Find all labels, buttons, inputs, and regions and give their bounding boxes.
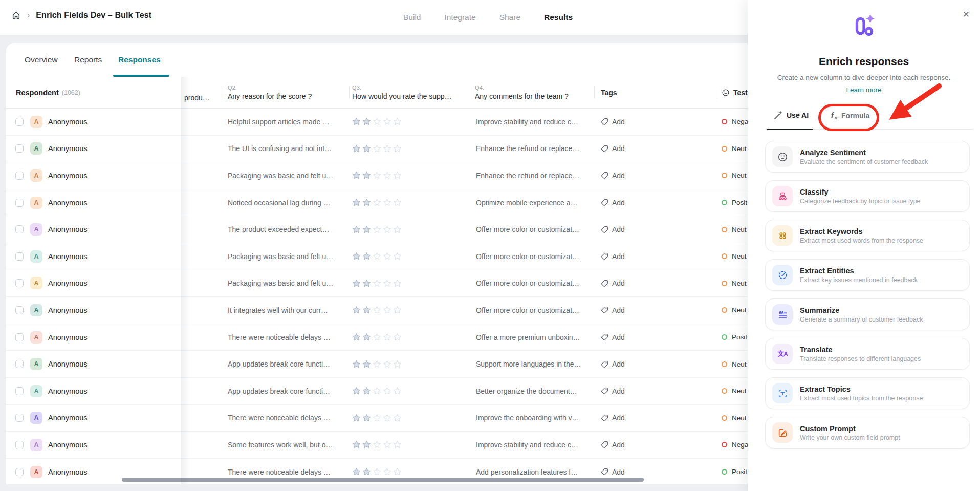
q3-rating-cell[interactable] (349, 225, 471, 234)
q3-rating-cell[interactable] (349, 144, 471, 153)
respondent-name[interactable]: Anonymous (48, 414, 88, 422)
q4-answer[interactable]: Improve the onboarding with v… (471, 414, 594, 422)
nav-integrate[interactable]: Integrate (444, 13, 475, 22)
q3-rating-cell[interactable] (349, 333, 471, 341)
q3-rating-cell[interactable] (349, 171, 471, 180)
learn-more-link[interactable]: Learn more (748, 86, 980, 94)
q3-rating-cell[interactable] (349, 467, 471, 476)
add-tag-button[interactable]: Add (594, 414, 716, 422)
column-header-respondent[interactable]: Respondent (1062) (6, 77, 181, 108)
row-checkbox[interactable] (15, 144, 24, 153)
q4-answer[interactable]: Support more languages in the… (471, 360, 594, 368)
nav-build[interactable]: Build (403, 13, 421, 22)
tab-use-ai[interactable]: Use AI (773, 111, 809, 120)
q2-answer[interactable]: There were noticeable delays … (224, 414, 349, 422)
respondent-name[interactable]: Anonymous (48, 252, 88, 261)
q4-answer[interactable]: Add personalization features f… (471, 468, 594, 476)
tab-formula[interactable]: ƒx Formula (831, 111, 869, 120)
add-tag-button[interactable]: Add (594, 360, 716, 368)
add-tag-button[interactable]: Add (594, 199, 716, 207)
row-checkbox[interactable] (15, 441, 24, 449)
tab-responses[interactable]: Responses (118, 55, 161, 65)
q2-answer[interactable]: Noticed occasional lag during … (224, 199, 349, 207)
q2-answer[interactable]: The product exceeded expect… (224, 225, 349, 233)
row-checkbox[interactable] (15, 360, 24, 368)
q3-rating-cell[interactable] (349, 279, 471, 288)
q3-rating-cell[interactable] (349, 360, 471, 369)
column-header-q2[interactable]: Q2. Any reason for the score ? (224, 77, 349, 108)
q2-answer[interactable]: There were noticeable delays … (224, 468, 349, 476)
q2-answer[interactable]: Packaging was basic and felt u… (224, 279, 349, 287)
add-tag-button[interactable]: Add (594, 468, 716, 476)
tab-overview[interactable]: Overview (25, 55, 58, 65)
add-tag-button[interactable]: Add (594, 333, 716, 341)
row-checkbox[interactable] (15, 306, 24, 314)
option-translate[interactable]: 文A Translate Translate responses to diff… (765, 338, 970, 370)
add-tag-button[interactable]: Add (594, 225, 716, 233)
row-checkbox[interactable] (15, 199, 24, 207)
nav-results[interactable]: Results (544, 13, 573, 22)
q2-answer[interactable]: It integrates well with our curr… (224, 306, 349, 314)
add-tag-button[interactable]: Add (594, 441, 716, 449)
column-header-q4[interactable]: Q4. Any comments for the team ? (471, 77, 594, 108)
add-tag-button[interactable]: Add (594, 252, 716, 261)
column-header-q3[interactable]: Q3. How would you rate the supp… (349, 77, 471, 108)
row-checkbox[interactable] (15, 172, 24, 180)
respondent-name[interactable]: Anonymous (48, 387, 88, 395)
option-classify[interactable]: Classify Categorize feedback by topic or… (765, 180, 970, 212)
q3-rating-cell[interactable] (349, 117, 471, 126)
row-checkbox[interactable] (15, 333, 24, 341)
option-extract-topics[interactable]: Extract Topics Extract most used topics … (765, 377, 970, 409)
option-extract-entities[interactable]: Extract Entities Extract key issues ment… (765, 259, 970, 291)
tab-reports[interactable]: Reports (74, 55, 102, 65)
q2-answer[interactable]: App updates break core functi… (224, 387, 349, 395)
respondent-name[interactable]: Anonymous (48, 333, 88, 341)
add-tag-button[interactable]: Add (594, 172, 716, 180)
q4-answer[interactable]: Better organize the document… (471, 387, 594, 395)
row-checkbox[interactable] (15, 468, 24, 476)
q3-rating-cell[interactable] (349, 440, 471, 449)
q4-answer[interactable]: Optimize mobile experience a… (471, 199, 594, 207)
q3-rating-cell[interactable] (349, 252, 471, 261)
q4-answer[interactable]: Offer more color or customizat… (471, 279, 594, 287)
respondent-name[interactable]: Anonymous (48, 199, 88, 207)
row-checkbox[interactable] (15, 225, 24, 233)
q4-answer[interactable]: Enhance the refund or replace… (471, 144, 594, 153)
q2-answer[interactable]: Helpful support articles made … (224, 118, 349, 126)
q2-answer[interactable]: The UI is confusing and not int… (224, 144, 349, 153)
respondent-name[interactable]: Anonymous (48, 225, 88, 233)
q4-answer[interactable]: Enhance the refund or replace… (471, 172, 594, 180)
q3-rating-cell[interactable] (349, 387, 471, 395)
option-extract-keywords[interactable]: Extract Keywords Extract most used words… (765, 220, 970, 251)
q3-rating-cell[interactable] (349, 306, 471, 314)
add-tag-button[interactable]: Add (594, 144, 716, 153)
q4-answer[interactable]: Offer more color or customizat… (471, 306, 594, 314)
respondent-name[interactable]: Anonymous (48, 441, 88, 449)
respondent-name[interactable]: Anonymous (48, 279, 88, 287)
row-checkbox[interactable] (15, 252, 24, 261)
horizontal-scrollbar[interactable] (122, 478, 644, 482)
q3-rating-cell[interactable] (349, 198, 471, 207)
add-tag-button[interactable]: Add (594, 387, 716, 395)
column-header-q1-truncated[interactable]: produ… (181, 77, 224, 108)
q2-answer[interactable]: Packaging was basic and felt u… (224, 172, 349, 180)
row-checkbox[interactable] (15, 118, 24, 126)
column-header-tags[interactable]: Tags (594, 77, 716, 108)
q4-answer[interactable]: Offer more color or customizat… (471, 252, 594, 261)
q4-answer[interactable]: Offer more color or customizat… (471, 225, 594, 233)
add-tag-button[interactable]: Add (594, 279, 716, 287)
q3-rating-cell[interactable] (349, 414, 471, 422)
home-icon[interactable] (11, 10, 21, 20)
q2-answer[interactable]: There were noticeable delays … (224, 333, 349, 341)
respondent-name[interactable]: Anonymous (48, 172, 88, 180)
option-analyze-sentiment[interactable]: Analyze Sentiment Evaluate the sentiment… (765, 141, 970, 173)
q4-answer[interactable]: Improve stability and reduce c… (471, 441, 594, 449)
add-tag-button[interactable]: Add (594, 118, 716, 126)
q2-answer[interactable]: App updates break core functi… (224, 360, 349, 368)
add-tag-button[interactable]: Add (594, 306, 716, 314)
row-checkbox[interactable] (15, 387, 24, 395)
row-checkbox[interactable] (15, 414, 24, 422)
option-custom-prompt[interactable]: Custom Prompt Write your own custom fiel… (765, 417, 970, 449)
row-checkbox[interactable] (15, 279, 24, 287)
q4-answer[interactable]: Offer a more premium unboxin… (471, 333, 594, 341)
